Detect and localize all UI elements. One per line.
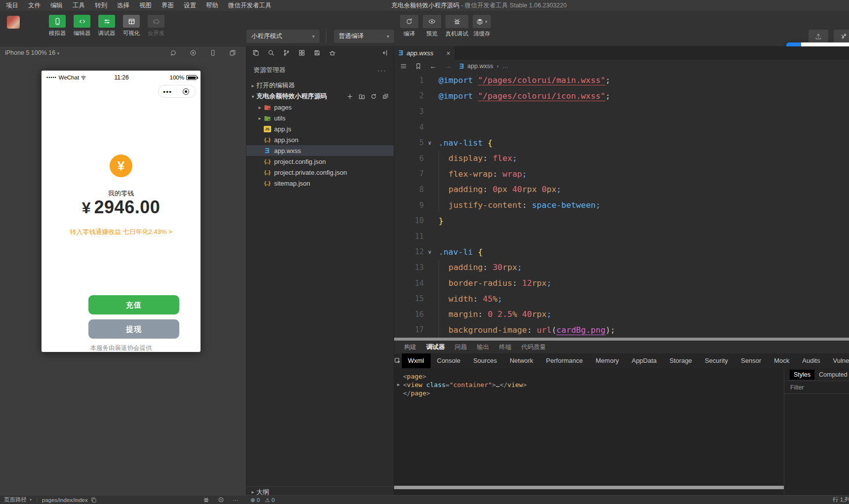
tree-item-app-json[interactable]: {..}app.json [246,134,394,145]
wxml-node-1[interactable]: ▶<view class="container">…</view> [403,381,784,389]
version-control-button[interactable] [834,30,849,43]
compile-mode-select[interactable]: 普通编译▾ [334,30,394,43]
files-icon[interactable] [252,49,259,56]
search-icon[interactable] [268,49,275,56]
breadcrumb-file[interactable]: app.wxss [467,63,493,70]
inspect-element-button[interactable] [394,353,402,368]
code-line-2[interactable]: 2@import "/pages/colorui/icon.wxss"; [394,88,849,104]
avatar[interactable] [7,16,20,29]
device-frame-icon[interactable] [209,49,216,56]
debug-tab-构建[interactable]: 构建 [399,343,421,351]
debug-tab-终端[interactable]: 终端 [494,343,517,351]
code-line-3[interactable]: 3 [394,104,849,119]
code-line-1[interactable]: 1@import "/pages/colorui/main.wxss"; [394,73,849,88]
devtools-tab-network[interactable]: Network [503,353,540,368]
new-folder-button[interactable] [359,93,365,100]
mode-select[interactable]: 小程序模式▾ [246,30,320,43]
code-line-11[interactable]: 11 [394,229,849,244]
collapse-folders-button[interactable] [382,93,389,100]
toolbar-editor-button[interactable]: 编辑器 [71,15,93,37]
expand-arrow-icon[interactable]: ▶ [397,381,400,389]
tree-item-app-wxss[interactable]: Ǝapp.wxss [246,145,394,156]
debug-tab-代码质量[interactable]: 代码质量 [517,343,551,351]
navigate-forward-icon[interactable]: → [445,62,451,70]
fold-chevron-icon[interactable]: ∨ [424,140,436,146]
collapse-sidebar-icon[interactable] [381,49,388,56]
code-line-10[interactable]: 10} [394,213,849,229]
menu-item-0[interactable]: 项目 [1,0,23,11]
page-path-label[interactable]: 页面路径 [4,496,27,504]
code-line-6[interactable]: 6display: flex; [394,151,849,166]
tree-item-pages[interactable]: ▸pages [246,102,394,113]
close-minibar-button[interactable] [177,85,196,97]
menu-item-2[interactable]: 编辑 [45,0,68,11]
devtools-tab-appdata[interactable]: AppData [625,353,663,368]
more-actions-button[interactable]: ··· [377,67,387,74]
code-line-12[interactable]: 12∨.nav-li { [394,244,849,260]
source-control-icon[interactable] [283,49,290,56]
devtools-tab-mock[interactable]: Mock [768,353,796,368]
upload-button[interactable] [809,30,828,43]
breadcrumb-more[interactable]: … [502,63,509,70]
refresh-explorer-button[interactable] [370,93,377,100]
compile-button[interactable]: 编译 [400,15,418,38]
wxml-node-0[interactable]: <page> [403,372,784,381]
menu-item-3[interactable]: 工具 [68,0,90,11]
money-fund-link[interactable]: 转入零钱通赚收益 七日年化2.43% > [41,228,201,236]
devtools-tab-sources[interactable]: Sources [467,353,503,368]
navigate-back-icon[interactable]: ← [430,62,437,70]
split-screen-icon[interactable] [229,49,236,56]
toolbar-debugger-button[interactable]: 调试器 [96,15,118,37]
code-line-8[interactable]: 8padding: 0px 40rpx 0px; [394,182,849,197]
section-open-editors[interactable]: ▸打开的编辑器 [246,80,394,91]
code-line-14[interactable]: 14border-radius: 12rpx; [394,275,849,291]
save-icon[interactable] [314,49,321,56]
preview-button[interactable]: 预览 [423,15,441,38]
menu-item-8[interactable]: 设置 [179,0,201,11]
bookmark-icon[interactable] [415,63,422,70]
menu-item-5[interactable]: 选择 [112,0,134,11]
caret-position[interactable]: 行 1,列 1 [833,496,849,504]
more-menu-button[interactable]: ••• [159,85,177,97]
menu-item-6[interactable]: 视图 [134,0,157,11]
bug-icon[interactable] [203,497,209,503]
more-icon[interactable]: ··· [233,497,239,503]
devtools-tab-wxml[interactable]: Wxml [402,353,431,368]
tree-item-app-js[interactable]: JSapp.js [246,123,394,134]
styles-tab-computed[interactable]: Computed [819,371,848,378]
kettle-icon[interactable] [329,49,336,56]
tree-item-utils[interactable]: ▸utils [246,113,394,123]
withdraw-button[interactable]: 提现 [88,319,179,339]
toolbar-simulator-button[interactable]: 模拟器 [46,15,68,37]
tree-item-project-config-json[interactable]: {..}project.config.json [246,156,394,167]
rotate-icon[interactable] [170,49,177,56]
devtools-tab-storage[interactable]: Storage [663,353,699,368]
tab-app-wxss[interactable]: Ǝ app.wxss × [394,46,455,60]
code-editor[interactable]: 1@import "/pages/colorui/main.wxss";2@im… [394,73,849,338]
code-line-9[interactable]: 9justify-content: space-between; [394,197,849,213]
code-line-15[interactable]: 15width: 45%; [394,291,849,307]
styles-tab-styles[interactable]: Styles [790,370,814,380]
clear-cache-button[interactable]: ▾清缓存 [473,15,491,38]
wxml-node-2[interactable]: </page> [403,389,784,397]
new-file-button[interactable] [347,93,353,100]
outline-list-icon[interactable] [400,63,407,70]
debug-tab-问题[interactable]: 问题 [450,343,472,351]
debug-tab-调试器[interactable]: 调试器 [421,343,450,351]
device-select[interactable]: iPhone 5 100% 16 ▾ [5,49,59,56]
devtools-tab-sensor[interactable]: Sensor [734,353,768,368]
code-line-5[interactable]: 5∨.nav-list { [394,135,849,151]
styles-filter-input[interactable]: Filter [784,381,849,394]
menu-item-1[interactable]: 文件 [23,0,45,11]
devtools-tab-performance[interactable]: Performance [540,353,589,368]
record-icon[interactable] [190,49,197,56]
close-icon[interactable]: × [446,50,450,57]
menu-item-10[interactable]: 微信开发者工具 [223,0,277,11]
code-line-16[interactable]: 16margin: 0 2.5% 40rpx; [394,307,849,322]
preview-circle-icon[interactable] [218,497,224,503]
debug-tab-输出[interactable]: 输出 [472,343,494,351]
wxml-horizontal-scrollbar[interactable] [394,486,784,489]
section-project-root[interactable]: ▾充电余额特效小程序源码 [246,91,394,102]
code-line-4[interactable]: 4 [394,119,849,135]
fold-chevron-icon[interactable]: ∨ [424,249,436,255]
